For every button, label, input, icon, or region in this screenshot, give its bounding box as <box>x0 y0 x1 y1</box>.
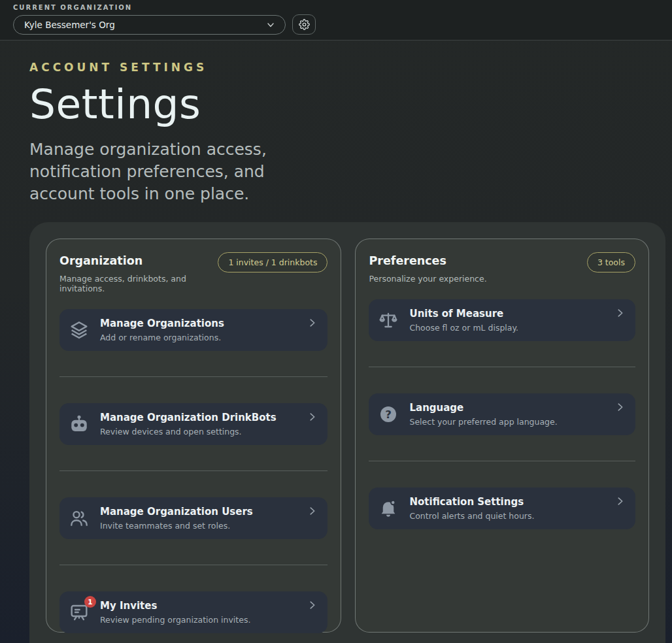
divider <box>59 470 328 471</box>
chevron-right-icon <box>614 307 626 319</box>
chevron-right-icon <box>307 317 318 329</box>
presentation-board-icon: 1 <box>69 602 90 623</box>
row-subtitle: Control alerts and quiet hours. <box>409 511 534 521</box>
preferences-card-badge: 3 tools <box>587 252 635 272</box>
row-title: Units of Measure <box>409 308 518 320</box>
chevron-right-icon <box>614 401 626 413</box>
manage-organizations-row[interactable]: Manage Organizations Add or rename organ… <box>59 309 328 351</box>
organization-card-badge: 1 invites / 1 drinkbots <box>218 252 328 272</box>
hero-section: ACCOUNT SETTINGS Settings Manage organiz… <box>29 41 369 205</box>
preferences-rows: Units of Measure Choose fl oz or mL disp… <box>369 299 635 529</box>
organization-card: Organization Manage access, drinkbots, a… <box>46 239 341 633</box>
my-invites-row[interactable]: 1 My Invites Review pending organization… <box>59 591 328 633</box>
settings-panel: Organization Manage access, drinkbots, a… <box>29 222 665 643</box>
svg-text:?: ? <box>386 408 392 421</box>
page-title: Settings <box>29 80 369 128</box>
divider <box>59 376 328 377</box>
robot-icon <box>69 414 90 435</box>
current-organization-label: CURRENT ORGANIZATION <box>13 4 672 11</box>
organization-card-subtitle: Manage access, drinkbots, and invitation… <box>59 274 218 293</box>
question-circle-icon: ? <box>378 404 399 425</box>
cards-container: Organization Manage access, drinkbots, a… <box>46 239 649 633</box>
notification-settings-row[interactable]: Notification Settings Control alerts and… <box>369 487 635 529</box>
row-title: Notification Settings <box>409 496 534 508</box>
topbar: CURRENT ORGANIZATION Kyle Bessemer's Org <box>0 0 672 41</box>
manage-users-row[interactable]: Manage Organization Users Invite teammat… <box>59 497 328 539</box>
language-row[interactable]: ? Language Select your preferred app lan… <box>369 393 635 435</box>
row-title: Manage Organizations <box>100 318 224 329</box>
page-description: Manage organization access, notification… <box>29 139 324 205</box>
preferences-card-subtitle: Personalize your experience. <box>369 274 486 284</box>
divider <box>59 565 328 565</box>
row-title: Manage Organization Users <box>100 506 253 518</box>
row-subtitle: Choose fl oz or mL display. <box>409 323 518 333</box>
preferences-card-header: Preferences Personalize your experience.… <box>369 252 635 284</box>
bell-icon <box>378 498 399 519</box>
organization-select[interactable]: Kyle Bessemer's Org <box>13 15 286 35</box>
gear-icon <box>299 19 310 30</box>
chevron-down-icon <box>265 20 276 30</box>
row-title: Language <box>409 402 557 414</box>
units-of-measure-row[interactable]: Units of Measure Choose fl oz or mL disp… <box>369 299 635 341</box>
users-icon <box>69 508 90 529</box>
chevron-right-icon <box>614 495 626 507</box>
divider <box>369 461 635 461</box>
preferences-card: Preferences Personalize your experience.… <box>355 239 649 633</box>
organization-card-header: Organization Manage access, drinkbots, a… <box>59 252 328 293</box>
topbar-controls: Kyle Bessemer's Org <box>13 14 672 35</box>
hero-eyebrow: ACCOUNT SETTINGS <box>29 61 369 74</box>
divider <box>369 367 635 367</box>
organization-select-value: Kyle Bessemer's Org <box>24 20 115 30</box>
scale-icon <box>378 310 399 331</box>
row-subtitle: Select your preferred app language. <box>409 417 557 427</box>
organization-card-title: Organization <box>59 254 218 267</box>
row-subtitle: Invite teammates and set roles. <box>100 521 253 531</box>
row-subtitle: Review devices and open settings. <box>100 427 277 437</box>
preferences-card-title: Preferences <box>369 254 486 267</box>
chevron-right-icon <box>307 599 318 611</box>
row-title: Manage Organization DrinkBots <box>100 412 277 423</box>
organization-rows: Manage Organizations Add or rename organ… <box>59 309 328 633</box>
manage-drinkbots-row[interactable]: Manage Organization DrinkBots Review dev… <box>59 403 328 445</box>
row-subtitle: Review pending organization invites. <box>100 615 250 625</box>
org-settings-button[interactable] <box>292 14 316 35</box>
row-subtitle: Add or rename organizations. <box>100 333 224 342</box>
layers-icon <box>69 320 90 340</box>
row-title: My Invites <box>100 600 250 612</box>
chevron-right-icon <box>307 411 318 423</box>
chevron-right-icon <box>307 505 318 517</box>
invite-count-badge: 1 <box>84 596 96 608</box>
